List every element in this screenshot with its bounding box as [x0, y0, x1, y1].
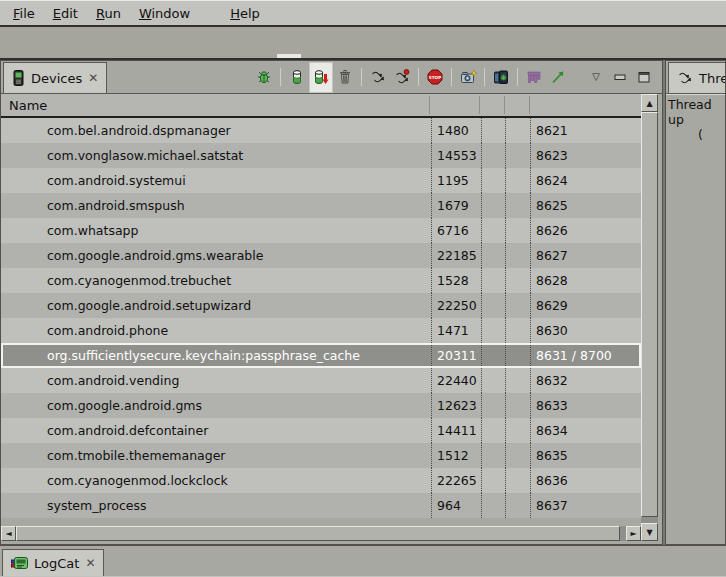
- empty-cell: [505, 443, 530, 468]
- table-row[interactable]: com.bel.android.dspmanager 1480 8621: [1, 118, 641, 143]
- table-row[interactable]: com.whatsapp 6716 8626: [1, 218, 641, 243]
- process-name: com.tmobile.thememanager: [1, 443, 431, 468]
- table-row[interactable]: com.android.phone 1471 8630: [1, 318, 641, 343]
- process-pid: 1195: [431, 168, 481, 193]
- devices-tab-label: Devices: [31, 71, 82, 86]
- column-divider[interactable]: [429, 96, 430, 114]
- process-pid: 12623: [431, 393, 481, 418]
- close-icon[interactable]: ✕: [88, 72, 98, 84]
- process-name: system_process: [1, 493, 431, 518]
- empty-cell: [481, 293, 505, 318]
- empty-cell: [481, 118, 505, 143]
- view-menu-icon[interactable]: ▽: [584, 64, 608, 90]
- screen-capture-icon[interactable]: [456, 64, 480, 90]
- close-icon[interactable]: ✕: [85, 557, 95, 569]
- empty-cell: [505, 193, 530, 218]
- process-pid: 22185: [431, 243, 481, 268]
- process-port: 8634: [530, 418, 641, 443]
- threads-panel: Threads Thread up (: [665, 60, 726, 545]
- toolbar-separator: [451, 68, 452, 86]
- process-name: com.google.android.gms: [1, 393, 431, 418]
- tab-threads[interactable]: Threads: [668, 62, 725, 93]
- toolbar-separator: [361, 68, 362, 86]
- vertical-scrollbar[interactable]: ▲ ▼: [641, 94, 658, 541]
- scroll-right-button[interactable]: ►: [626, 526, 641, 541]
- menu-file[interactable]: File: [4, 4, 44, 23]
- table-row[interactable]: com.cyanogenmod.lockclock 22265 8636: [1, 468, 641, 493]
- empty-cell: [481, 493, 505, 518]
- dump-hprof-icon[interactable]: [309, 62, 333, 93]
- table-row[interactable]: com.android.vending 22440 8632: [1, 368, 641, 393]
- empty-cell: [505, 218, 530, 243]
- coolbar-notch: [277, 54, 301, 58]
- process-port: 8626: [530, 218, 641, 243]
- empty-cell: [505, 418, 530, 443]
- empty-cell: [481, 418, 505, 443]
- scroll-up-button[interactable]: ▲: [641, 94, 658, 112]
- column-divider[interactable]: [479, 96, 480, 114]
- table-row[interactable]: com.cyanogenmod.trebuchet 1528 8628: [1, 268, 641, 293]
- horizontal-scrollbar[interactable]: ◄ ►: [1, 526, 641, 541]
- scroll-down-button[interactable]: ▼: [641, 523, 658, 541]
- empty-cell: [481, 268, 505, 293]
- process-port: 8625: [530, 193, 641, 218]
- process-name: org.sufficientlysecure.keychain:passphra…: [1, 343, 431, 368]
- logcat-icon: [11, 556, 28, 570]
- horizontal-scroll-thumb[interactable]: [16, 526, 620, 541]
- debug-attach-icon[interactable]: [252, 64, 276, 90]
- maximize-icon[interactable]: [632, 64, 656, 90]
- table-row[interactable]: system_process 964 8637: [1, 493, 641, 518]
- process-name: com.google.android.setupwizard: [1, 293, 431, 318]
- empty-cell: [481, 168, 505, 193]
- table-row[interactable]: com.tmobile.thememanager 1512 8635: [1, 443, 641, 468]
- column-divider[interactable]: [529, 96, 530, 114]
- tab-logcat[interactable]: LogCat ✕: [2, 549, 104, 576]
- process-pid: 22265: [431, 468, 481, 493]
- threads-message-line2: (: [668, 127, 725, 142]
- tab-devices[interactable]: Devices ✕: [3, 62, 107, 93]
- method-profiling-icon[interactable]: [546, 64, 570, 90]
- menu-run[interactable]: Run: [87, 4, 130, 23]
- table-row[interactable]: com.android.smspush 1679 8625: [1, 193, 641, 218]
- update-heap-icon[interactable]: [285, 64, 309, 90]
- table-row[interactable]: com.android.systemui 1195 8624: [1, 168, 641, 193]
- process-pid: 6716: [431, 218, 481, 243]
- stop-process-icon[interactable]: STOP: [423, 64, 447, 90]
- table-row[interactable]: com.vonglasow.michael.satstat 14553 8623: [1, 143, 641, 168]
- process-name: com.whatsapp: [1, 218, 431, 243]
- process-name: com.android.phone: [1, 318, 431, 343]
- table-row[interactable]: com.google.android.gms.wearable 22185 86…: [1, 243, 641, 268]
- coolbar-strip: [0, 27, 726, 60]
- menu-help[interactable]: Help: [221, 4, 269, 23]
- vertical-scroll-thumb[interactable]: [641, 112, 658, 517]
- empty-cell: [481, 218, 505, 243]
- cause-gc-icon[interactable]: [333, 64, 357, 90]
- process-pid: 1480: [431, 118, 481, 143]
- toolbar-separator: [418, 68, 419, 86]
- menu-edit[interactable]: Edit: [44, 4, 87, 23]
- empty-cell: [481, 143, 505, 168]
- scroll-left-button[interactable]: ◄: [1, 526, 16, 541]
- process-name: com.android.smspush: [1, 193, 431, 218]
- minimize-icon[interactable]: [608, 64, 632, 90]
- table-header[interactable]: Name: [1, 94, 641, 118]
- view-hierarchy-icon[interactable]: [489, 64, 513, 90]
- menu-window[interactable]: Window: [130, 4, 199, 23]
- logcat-tab-label: LogCat: [34, 556, 79, 571]
- main-split: Devices ✕: [0, 60, 726, 545]
- update-threads-icon[interactable]: [366, 64, 390, 90]
- dump-threads-icon[interactable]: [390, 64, 414, 90]
- empty-cell: [505, 493, 530, 518]
- systrace-icon[interactable]: [522, 64, 546, 90]
- table-row[interactable]: com.google.android.setupwizard 22250 862…: [1, 293, 641, 318]
- empty-cell: [505, 368, 530, 393]
- process-port: 8632: [530, 368, 641, 393]
- column-divider[interactable]: [504, 96, 505, 114]
- table-row[interactable]: org.sufficientlysecure.keychain:passphra…: [1, 343, 641, 368]
- devices-table-main: Name com.bel.android.dspmanager 1480: [1, 94, 641, 541]
- table-row[interactable]: com.google.android.gms 12623 8633: [1, 393, 641, 418]
- column-header-name[interactable]: Name: [1, 98, 47, 113]
- ddms-window: File Edit Run Window Help Devices ✕: [0, 0, 726, 577]
- table-row[interactable]: com.android.defcontainer 14411 8634: [1, 418, 641, 443]
- empty-cell: [481, 468, 505, 493]
